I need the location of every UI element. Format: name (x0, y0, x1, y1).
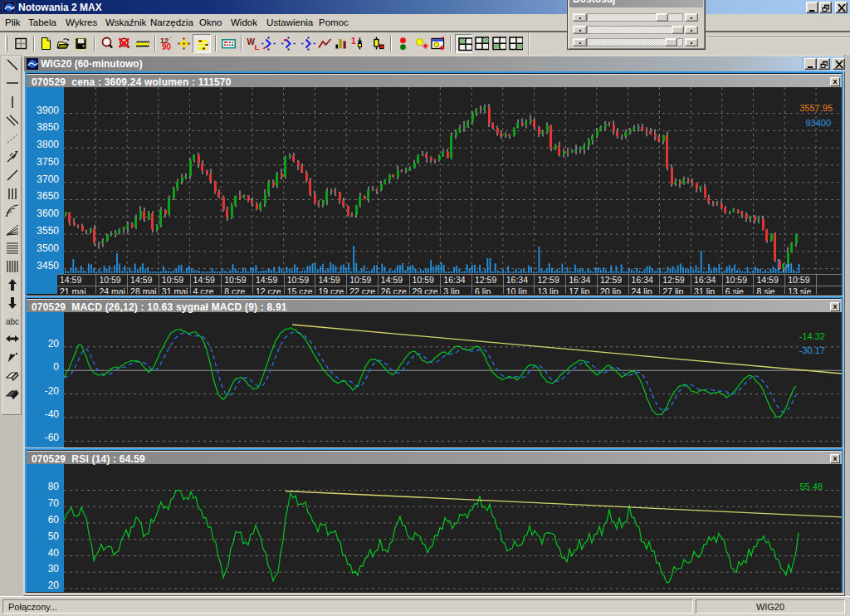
svg-text:3557.95: 3557.95 (799, 103, 833, 113)
svg-text:-30.17: -30.17 (799, 345, 825, 355)
svg-text:93400: 93400 (805, 118, 831, 128)
svg-text:55.48: 55.48 (799, 482, 823, 491)
svg-text:abc: abc (6, 317, 19, 326)
svg-text:-14.32: -14.32 (799, 331, 825, 341)
